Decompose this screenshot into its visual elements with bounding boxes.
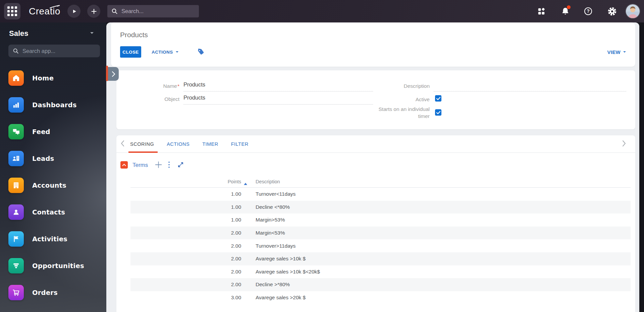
collapse-section-button[interactable] xyxy=(120,161,128,169)
help-icon[interactable]: ? xyxy=(581,0,595,22)
search-icon xyxy=(13,48,19,54)
section-title: Terms xyxy=(132,162,148,169)
workspace-name: Sales xyxy=(9,29,29,38)
sidebar-item-dashboards[interactable]: Dashboards xyxy=(0,97,106,113)
expand-section-icon[interactable] xyxy=(177,162,184,169)
active-checkbox[interactable] xyxy=(435,95,441,102)
activities-icon xyxy=(8,231,24,247)
sidebar-item-orders[interactable]: Orders xyxy=(0,285,106,300)
table-row[interactable]: 2.00 Avarege sales >10k $<20k$ xyxy=(130,265,631,278)
chevron-right-icon xyxy=(112,71,115,77)
accounts-icon xyxy=(8,178,24,193)
tag-icon[interactable] xyxy=(197,48,205,57)
global-search-input[interactable]: Search... xyxy=(107,5,199,17)
name-field[interactable]: Products xyxy=(183,81,373,91)
tabs-scroll-left-icon[interactable] xyxy=(120,140,124,148)
app-search-placeholder: Search app... xyxy=(22,48,55,54)
add-record-button[interactable] xyxy=(155,161,162,170)
active-label: Active xyxy=(351,97,430,103)
sidebar-item-home[interactable]: Home xyxy=(0,70,106,86)
opportunities-icon xyxy=(8,258,24,273)
tabs-bar: SCORINGACTIONSTIMERFILTER xyxy=(116,135,635,153)
leads-icon xyxy=(8,151,24,166)
workspaces-icon[interactable] xyxy=(535,0,548,22)
contacts-icon xyxy=(8,204,24,220)
table-row[interactable]: 2.00 Turnover>11days xyxy=(130,239,631,252)
sort-asc-icon xyxy=(244,181,248,187)
svg-text:?: ? xyxy=(587,8,590,14)
active-tab-underline xyxy=(128,151,158,153)
notification-badge xyxy=(567,5,571,9)
chevron-down-icon xyxy=(176,51,178,54)
search-icon xyxy=(111,8,118,14)
orders-icon xyxy=(8,285,24,300)
tabs: SCORINGACTIONSTIMERFILTER xyxy=(130,135,249,153)
column-header-description[interactable]: Description xyxy=(256,179,280,184)
close-button[interactable]: CLOSE xyxy=(120,46,141,58)
table-row[interactable]: 1.00 Turnover<11days xyxy=(130,188,631,201)
detail-tabs-card: SCORINGACTIONSTIMERFILTER Terms Points D… xyxy=(116,135,635,312)
name-label: Name* xyxy=(133,83,179,89)
app-search-input[interactable]: Search app... xyxy=(8,45,100,57)
object-field[interactable]: Products xyxy=(183,95,373,105)
table-row[interactable]: 2.00 Avarege sales >10k $ xyxy=(130,252,631,265)
timer-checkbox[interactable] xyxy=(435,109,441,116)
table-row[interactable]: 2.00 Decline >*80% xyxy=(130,278,631,291)
top-bar: Creatio Search... ? xyxy=(0,0,644,22)
creatio-logo[interactable]: Creatio xyxy=(29,0,60,22)
record-header-card: Products CLOSE ACTIONS VIEW xyxy=(111,22,635,67)
tab-timer[interactable]: TIMER xyxy=(202,141,218,147)
feed-icon xyxy=(8,124,24,139)
tab-scoring[interactable]: SCORING xyxy=(130,141,154,147)
tab-filter[interactable]: FILTER xyxy=(231,141,249,147)
chevron-up-icon xyxy=(122,164,126,166)
sidebar: Sales Search app... Home Dashboards Feed xyxy=(0,22,106,312)
record-form-card: Name* Products Object Products Descripti… xyxy=(116,70,635,129)
sidebar-item-activities[interactable]: Activities xyxy=(0,231,106,247)
terms-table: 1.00 Turnover<11days 1.00 Decline <*80% … xyxy=(130,188,631,304)
tabs-scroll-right-icon[interactable] xyxy=(622,140,626,148)
table-row[interactable]: 1.00 Margin>53% xyxy=(130,213,631,227)
sidebar-item-leads[interactable]: Leads xyxy=(0,151,106,166)
sidebar-item-opportunities[interactable]: Opportunities xyxy=(0,258,106,273)
page-title: Products xyxy=(120,31,148,39)
description-label: Description xyxy=(351,83,430,89)
user-avatar[interactable] xyxy=(626,4,640,18)
chevron-down-icon xyxy=(90,32,94,36)
view-button[interactable]: VIEW xyxy=(607,46,626,58)
logo-swoosh-icon xyxy=(50,5,60,9)
sidebar-nav: Home Dashboards Feed Leads Accounts xyxy=(0,70,106,300)
add-icon[interactable] xyxy=(87,5,100,18)
required-asterisk: * xyxy=(177,83,179,89)
dashboards-icon xyxy=(8,97,24,113)
apps-grid-icon[interactable] xyxy=(4,3,20,19)
notifications-icon[interactable] xyxy=(558,0,572,22)
table-row[interactable]: 1.00 Decline <*80% xyxy=(130,201,631,214)
actions-button[interactable]: ACTIONS xyxy=(152,46,178,58)
workspace-selector[interactable]: Sales xyxy=(9,29,100,38)
chevron-down-icon xyxy=(623,51,626,54)
global-search-placeholder: Search... xyxy=(121,8,144,14)
play-icon[interactable] xyxy=(67,5,80,18)
more-options-icon[interactable] xyxy=(168,161,170,170)
tab-actions[interactable]: ACTIONS xyxy=(167,141,190,147)
content-panel: Products CLOSE ACTIONS VIEW Name* Produc… xyxy=(106,22,639,312)
home-icon xyxy=(8,70,24,86)
check-icon xyxy=(436,97,440,100)
object-label: Object xyxy=(133,96,179,102)
timer-label: Starts on an individual timer xyxy=(373,106,430,120)
column-header-points[interactable]: Points xyxy=(130,179,241,184)
description-field[interactable] xyxy=(434,81,626,91)
sidebar-item-accounts[interactable]: Accounts xyxy=(0,178,106,193)
sidebar-item-contacts[interactable]: Contacts xyxy=(0,204,106,220)
settings-gear-icon[interactable] xyxy=(605,0,619,22)
sidebar-item-feed[interactable]: Feed xyxy=(0,124,106,139)
table-row[interactable]: 3.00 Avarege sales >20k $ xyxy=(130,291,631,304)
table-row[interactable]: 2.00 Margin<53% xyxy=(130,227,631,240)
expand-panel-handle[interactable] xyxy=(108,67,119,81)
check-icon xyxy=(436,111,440,114)
